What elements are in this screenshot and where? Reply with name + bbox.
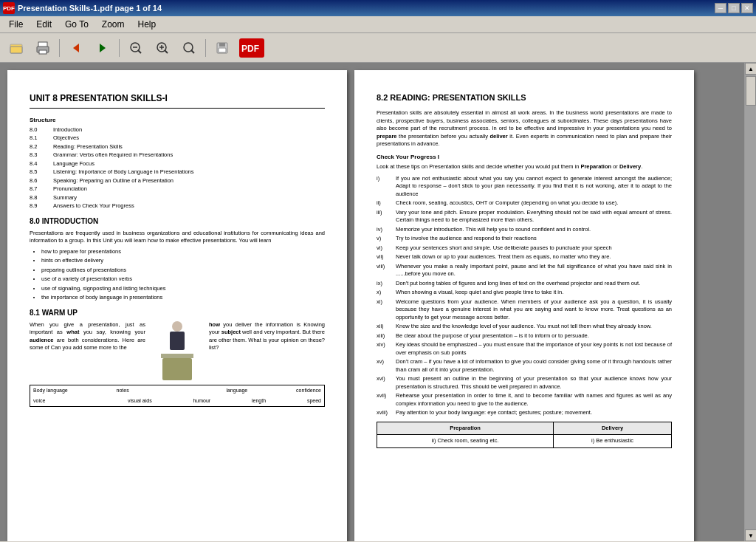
svg-rect-2 xyxy=(10,47,22,53)
forward-button[interactable] xyxy=(91,37,114,59)
title-bar-left: PDF Presentation Skills-1.pdf page 1 of … xyxy=(3,2,162,14)
pdf-page-2: 8.2 READING: PRESENTATION SKILLS Present… xyxy=(354,70,694,541)
bullet-list: how to prepare for presentations hints o… xyxy=(41,248,325,302)
zoom-out-button[interactable] xyxy=(124,37,148,59)
list-item: use of a variety of presentation verbs xyxy=(41,275,325,284)
save-button[interactable] xyxy=(210,37,234,59)
svg-text:PDF: PDF xyxy=(241,44,259,54)
pages-container[interactable]: UNIT 8 PRESENTATION SKILLS-I Structure 8… xyxy=(0,63,744,541)
svg-marker-7 xyxy=(100,44,106,52)
presenter-figure xyxy=(151,321,203,380)
menu-file[interactable]: File xyxy=(3,18,29,31)
list-item: use of signaling, signposting and listin… xyxy=(41,285,325,293)
title-bar: PDF Presentation Skills-1.pdf page 1 of … xyxy=(0,0,756,16)
fit-page-button[interactable] xyxy=(177,37,201,59)
structure-label: Structure xyxy=(30,116,325,124)
separator-1 xyxy=(59,39,60,57)
svg-rect-5 xyxy=(39,50,47,54)
back-button[interactable] xyxy=(64,37,88,59)
app-icon: PDF xyxy=(3,2,15,14)
svg-line-10 xyxy=(138,50,141,53)
open-button[interactable] xyxy=(4,37,28,59)
svg-rect-18 xyxy=(219,43,225,47)
list-item: hints on effective delivery xyxy=(41,257,325,265)
toc-item: 8.4 Language Focus xyxy=(30,160,325,168)
svg-marker-6 xyxy=(73,44,79,52)
print-button[interactable] xyxy=(31,37,55,59)
minimize-button[interactable]: ─ xyxy=(715,3,726,13)
toc-item: 8.1 Objectives xyxy=(30,134,325,143)
word-bank: Body language notes language confidence … xyxy=(30,385,325,407)
figure-head xyxy=(172,321,182,332)
pdf-button[interactable]: PDF xyxy=(237,37,267,59)
warmup-title: 8.1 WARM UP xyxy=(30,308,325,318)
reading-intro: Presentation skills are absolutely essen… xyxy=(377,109,672,148)
svg-line-16 xyxy=(191,50,194,53)
svg-rect-19 xyxy=(219,48,226,52)
scroll-down-button[interactable]: ▼ xyxy=(745,529,756,541)
toc-item: 8.7 Pronunciation xyxy=(30,185,325,193)
menu-help[interactable]: Help xyxy=(132,18,162,31)
scroll-up-button[interactable]: ▲ xyxy=(745,63,756,75)
figure-body xyxy=(170,332,185,350)
list-item: the importance of body language in prese… xyxy=(41,294,325,302)
menu-zoom[interactable]: Zoom xyxy=(96,18,131,31)
table-cell: i) Be enthusiastic xyxy=(554,435,672,448)
table-row: ii) Check room, seating etc. i) Be enthu… xyxy=(377,435,672,448)
window-title: Presentation Skills-1.pdf page 1 of 14 xyxy=(18,4,162,13)
separator-3 xyxy=(205,39,206,57)
toc: 8.0 Introduction 8.1 Objectives 8.2 Read… xyxy=(30,126,325,210)
unit-title: UNIT 8 PRESENTATION SKILLS-I xyxy=(30,92,325,109)
maximize-button[interactable]: □ xyxy=(728,3,740,13)
pdf-page-1: UNIT 8 PRESENTATION SKILLS-I Structure 8… xyxy=(7,70,347,541)
check-progress-title: Check Your Progress I xyxy=(377,153,672,161)
toc-item: 8.8 Summary xyxy=(30,194,325,202)
intro-text: Presentations are frequently used in bus… xyxy=(30,230,325,245)
toc-item: 8.5 Listening: Importance of Body Langua… xyxy=(30,168,325,176)
menu-edit[interactable]: Edit xyxy=(30,18,58,31)
menu-goto[interactable]: Go To xyxy=(59,18,94,31)
tips-list: i) If you are not enthusiastic about wha… xyxy=(377,175,672,417)
warmup-left-text: When you give a presentation, just as im… xyxy=(30,321,145,380)
warmup-content: When you give a presentation, just as im… xyxy=(30,321,325,380)
toc-item: 8.6 Speaking: Preparing an Outline of a … xyxy=(30,177,325,185)
scroll-track[interactable] xyxy=(745,75,756,529)
delivery-table: Preparation Delivery ii) Check room, sea… xyxy=(377,422,672,448)
separator-2 xyxy=(119,39,120,57)
intro-section-title: 8.0 INTRODUCTION xyxy=(30,216,325,227)
title-controls[interactable]: ─ □ ✕ xyxy=(715,3,753,13)
list-item: preparing outlines of presentations xyxy=(41,267,325,275)
vertical-scrollbar[interactable]: ▲ ▼ xyxy=(744,63,756,541)
table-header-preparation: Preparation xyxy=(377,422,554,435)
check-intro: Look at these tips on Presentation skill… xyxy=(377,163,672,171)
reading-section-title: 8.2 READING: PRESENTATION SKILLS xyxy=(377,92,672,103)
figure-podium xyxy=(162,358,192,380)
table-cell: ii) Check room, seating etc. xyxy=(377,435,554,448)
list-item: how to prepare for presentations xyxy=(41,248,325,256)
main-area: UNIT 8 PRESENTATION SKILLS-I Structure 8… xyxy=(0,63,756,541)
toc-item: 8.9 Answers to Check Your Progress xyxy=(30,202,325,210)
zoom-in-button[interactable] xyxy=(151,37,174,59)
scroll-thumb[interactable] xyxy=(746,76,756,106)
menu-bar: File Edit Go To Zoom Help xyxy=(0,16,756,33)
table-header-delivery: Delivery xyxy=(554,422,672,435)
warmup-right-text: how you deliver the information is Knowi… xyxy=(209,321,325,380)
toc-item: 8.0 Introduction xyxy=(30,126,325,134)
close-button[interactable]: ✕ xyxy=(741,3,753,13)
toc-item: 8.3 Grammar: Verbs often Required in Pre… xyxy=(30,151,325,159)
svg-line-14 xyxy=(165,50,168,53)
toc-item: 8.2 Reading: Presentation Skills xyxy=(30,143,325,151)
toolbar: PDF xyxy=(0,33,756,63)
